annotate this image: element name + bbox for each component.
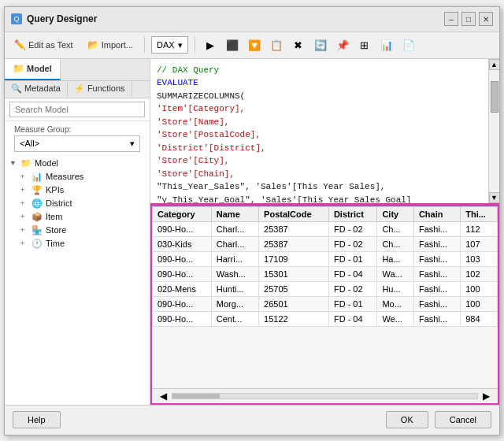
measure-group-value: <All> [20, 139, 39, 148]
stop-button[interactable]: ⬛ [224, 36, 241, 54]
scroll-up-arrow[interactable]: ▲ [489, 59, 500, 70]
tree-item-label: Time [46, 239, 65, 248]
search-input[interactable] [9, 102, 145, 117]
grid-button[interactable]: ⊞ [356, 36, 373, 54]
panel-tabs: 📁 Model [5, 59, 150, 81]
expand-icon: + [20, 239, 28, 247]
store-icon: 🏪 [32, 225, 43, 235]
table-cell: 103 [461, 251, 498, 266]
chart-button[interactable]: 📊 [378, 36, 395, 54]
query-scrollbar[interactable]: ▲ ▼ [488, 59, 499, 203]
table-cell: Morg... [211, 296, 258, 311]
query-line-2: EVALUATE [157, 76, 482, 90]
properties-button[interactable]: 📌 [334, 36, 351, 54]
model-icon: 📁 [13, 63, 24, 74]
tree-item-measures[interactable]: + 📊 Measures [5, 170, 150, 183]
expand-icon: + [20, 186, 28, 194]
edit-as-text-button[interactable]: ✏️ Edit as Text [9, 37, 78, 53]
tab-functions-label: Functions [87, 83, 125, 93]
table-cell: Fashi... [413, 236, 460, 251]
measure-group-dropdown[interactable]: <All> ▾ [14, 135, 140, 152]
table-cell: Fashi... [413, 251, 460, 266]
query-line-9: 'Store'[Chain], [157, 168, 482, 181]
query-line-6: 'Store'[PostalCode], [157, 128, 482, 142]
table-row: 090-Ho...Charl...25387FD - 02Ch...Fashi.… [153, 221, 498, 236]
measure-group-label: Measure Group: [9, 123, 145, 135]
tree-item-district[interactable]: + 🌐 District [5, 197, 150, 210]
table-cell: FD - 02 [328, 236, 377, 251]
model-tree-icon: 📁 [20, 158, 32, 169]
maximize-button[interactable]: □ [461, 12, 476, 26]
tab-metadata-label: Metadata [24, 83, 61, 93]
sql-button[interactable]: 📄 [400, 36, 417, 54]
query-editor[interactable]: // DAX Query EVALUATE SUMMARIZECOLUMNS( … [150, 59, 488, 205]
ok-button[interactable]: OK [386, 411, 428, 428]
run-query-button[interactable]: ▶ [202, 36, 219, 54]
refresh-button[interactable]: 🔄 [312, 36, 329, 54]
title-bar: Q Query Designer – □ ✕ [5, 7, 499, 32]
kpis-icon: 🏆 [32, 185, 43, 195]
add-table-button[interactable]: 📋 [268, 36, 285, 54]
tree-item-label: KPIs [46, 185, 64, 195]
table-cell: Mo... [377, 296, 414, 311]
table-cell: Wash... [211, 266, 258, 281]
tree-item-store[interactable]: + 🏪 Store [5, 224, 150, 237]
import-button[interactable]: 📂 Import... [83, 37, 138, 53]
tree-item-label: District [46, 198, 72, 208]
window-icon: Q [11, 13, 22, 24]
table-cell: 090-Ho... [153, 266, 212, 281]
h-scroll-thumb[interactable] [172, 394, 220, 398]
horizontal-scroll-bar[interactable]: ◀ ▶ [152, 388, 498, 403]
title-bar-left: Q Query Designer [11, 13, 97, 24]
table-cell: FD - 01 [328, 296, 377, 311]
measure-group-section: Measure Group: <All> ▾ [5, 121, 150, 155]
table-row: 090-Ho...Morg...26501FD - 01Mo...Fashi..… [153, 296, 498, 311]
metadata-icon: 🔍 [11, 83, 22, 94]
tree-item-label: Measures [46, 172, 83, 181]
cancel-button[interactable]: Cancel [435, 411, 491, 428]
query-line-3: SUMMARIZECOLUMNS( [157, 90, 482, 103]
delete-button[interactable]: ✖ [290, 36, 307, 54]
measure-group-chevron-icon: ▾ [130, 139, 135, 149]
tree-item-label: Model [35, 158, 58, 168]
filter-button[interactable]: 🔽 [246, 36, 263, 54]
minimize-button[interactable]: – [444, 12, 458, 26]
tree-item-item[interactable]: + 📦 Item [5, 210, 150, 224]
table-cell: FD - 02 [328, 221, 377, 236]
col-header-chain: Chain [413, 206, 460, 221]
scroll-thumb[interactable] [491, 81, 498, 113]
table-cell: 020-Mens [153, 281, 212, 296]
toolbar-separator-2 [195, 37, 195, 53]
tree-item-model[interactable]: ▼ 📁 Model [5, 157, 150, 170]
table-cell: Ch... [377, 236, 414, 251]
table-cell: We... [377, 311, 414, 326]
footer: Help OK Cancel [5, 405, 499, 435]
table-cell: FD - 04 [328, 266, 377, 281]
scroll-right-arrow[interactable]: ▶ [478, 391, 495, 402]
query-line-7: 'District'[District], [157, 142, 482, 155]
query-line-4: 'Item'[Category], [157, 102, 482, 116]
close-button[interactable]: ✕ [479, 12, 493, 26]
dax-dropdown[interactable]: DAX ▾ [151, 36, 188, 54]
table-cell: Ch... [377, 221, 414, 236]
import-icon: 📂 [87, 39, 99, 50]
table-cell: 100 [461, 296, 498, 311]
data-table: Category Name PostalCode District City C… [152, 206, 498, 327]
help-button[interactable]: Help [13, 411, 61, 428]
expand-icon: + [20, 199, 28, 207]
tab-metadata[interactable]: 🔍 Metadata [5, 81, 68, 98]
query-line-1: // DAX Query [157, 64, 482, 77]
title-buttons: – □ ✕ [444, 12, 493, 26]
functions-icon: ⚡ [74, 83, 85, 94]
tree-item-kpis[interactable]: + 🏆 KPIs [5, 183, 150, 197]
footer-right-buttons: OK Cancel [386, 411, 491, 428]
tree-item-time[interactable]: + 🕐 Time [5, 237, 150, 250]
scroll-down-arrow[interactable]: ▼ [489, 192, 500, 203]
table-cell: FD - 04 [328, 311, 377, 326]
tab-functions[interactable]: ⚡ Functions [68, 81, 132, 98]
scroll-left-arrow[interactable]: ◀ [155, 391, 172, 402]
tab-model[interactable]: 📁 Model [5, 59, 61, 80]
h-scroll-track[interactable] [172, 393, 478, 399]
table-header-row: Category Name PostalCode District City C… [153, 206, 498, 221]
results-table[interactable]: Category Name PostalCode District City C… [152, 206, 498, 388]
